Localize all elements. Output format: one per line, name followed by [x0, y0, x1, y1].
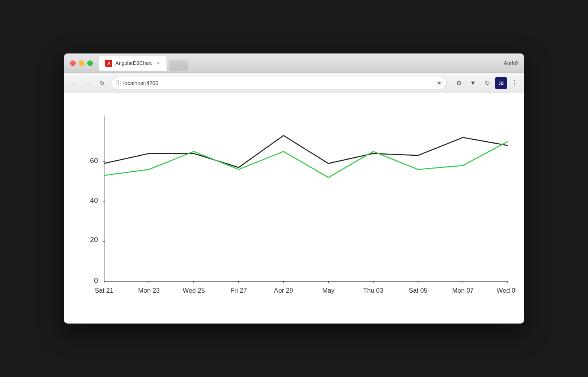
- minimize-button[interactable]: [79, 60, 84, 66]
- url-bar[interactable]: ⓘ localhost:4200 ★: [111, 77, 447, 89]
- x-label-mon07: Mon 07: [452, 287, 474, 294]
- info-icon: ⓘ: [116, 80, 121, 87]
- tab-favicon: A: [105, 60, 112, 67]
- jb-icon[interactable]: JB: [495, 77, 507, 89]
- close-button[interactable]: [70, 60, 76, 66]
- bookmark-icon[interactable]: ★: [436, 79, 442, 87]
- auth0-label: Auth0: [503, 60, 518, 66]
- vue-icon[interactable]: ▼: [467, 77, 479, 89]
- maximize-button[interactable]: [87, 60, 93, 66]
- forward-button[interactable]: →: [83, 78, 94, 89]
- x-label-apr29: Apr 29: [274, 287, 293, 294]
- x-label-wed25: Wed 25: [183, 287, 205, 294]
- react-icon[interactable]: ⚙: [453, 77, 465, 89]
- x-label-wed09: Wed 09: [497, 287, 516, 294]
- more-menu-button[interactable]: ⋮: [509, 79, 519, 87]
- x-label-sat21: Sat 21: [95, 287, 113, 294]
- y-label-60: 60: [90, 156, 98, 165]
- chart-container: 0 20 40 60 Sat 21 Mon 23 Wed 25: [72, 105, 516, 308]
- active-tab[interactable]: A AngularD3Chart ✕: [99, 56, 166, 71]
- browser-window: A AngularD3Chart ✕ Auth0 ← → ↻ ⓘ localho…: [64, 53, 524, 324]
- tab-close-icon[interactable]: ✕: [156, 60, 160, 66]
- reload-button[interactable]: ↻: [97, 78, 108, 89]
- url-text: localhost:4200: [123, 80, 158, 86]
- y-label-20: 20: [90, 235, 98, 244]
- y-label-40: 40: [90, 196, 98, 205]
- tab-title: AngularD3Chart: [115, 60, 152, 66]
- line-series-2: [104, 142, 508, 178]
- traffic-lights: [70, 60, 93, 66]
- x-label-mon23: Mon 23: [138, 287, 159, 294]
- page-content: 0 20 40 60 Sat 21 Mon 23 Wed 25: [64, 93, 524, 324]
- title-bar: A AngularD3Chart ✕ Auth0: [64, 53, 524, 73]
- tabs-area: A AngularD3Chart ✕: [99, 56, 518, 71]
- x-label-may: May: [322, 287, 335, 294]
- refresh-icon[interactable]: ↻: [481, 77, 493, 89]
- address-bar: ← → ↻ ⓘ localhost:4200 ★ ⚙ ▼ ↻ JB ⋮: [64, 73, 524, 93]
- toolbar-icons: ⚙ ▼ ↻ JB ⋮: [453, 77, 519, 89]
- x-label-fri27: Fri 27: [230, 287, 247, 294]
- new-tab-button[interactable]: [170, 60, 188, 71]
- back-button[interactable]: ←: [69, 78, 80, 89]
- x-label-sat05: Sat 05: [409, 287, 427, 294]
- line-chart: 0 20 40 60 Sat 21 Mon 23 Wed 25: [72, 105, 516, 308]
- y-label-0: 0: [94, 276, 98, 285]
- x-label-thu03: Thu 03: [363, 287, 383, 294]
